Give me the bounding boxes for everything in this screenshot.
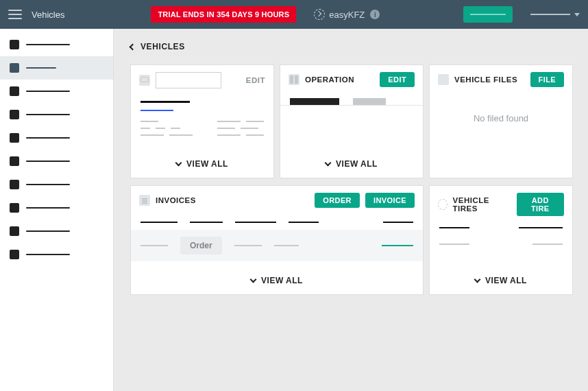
sidebar-item[interactable] <box>0 126 113 150</box>
menu-toggle-icon[interactable] <box>8 10 22 19</box>
top-bar: Vehicles TRIAL ENDS IN 354 DAYS 9 HOURS … <box>0 0 588 29</box>
page-title: Vehicles <box>32 10 64 20</box>
chevron-left-icon[interactable] <box>130 43 136 50</box>
breadcrumb[interactable]: VEHICLES <box>130 29 572 64</box>
document-icon <box>139 195 150 206</box>
tab-inactive[interactable] <box>353 98 386 105</box>
table-row[interactable]: Order <box>131 230 423 261</box>
brand-label: easyKFZ <box>329 10 365 20</box>
edit-link[interactable]: EDIT <box>246 76 265 84</box>
invoice-button[interactable]: INVOICE <box>365 193 415 208</box>
card-title: VEHICLE TIRES <box>453 196 506 213</box>
road-icon <box>289 74 299 85</box>
sidebar-item[interactable] <box>0 196 113 220</box>
order-button[interactable]: ORDER <box>315 193 360 208</box>
sidebar-item[interactable] <box>0 103 113 126</box>
user-menu[interactable] <box>530 8 580 21</box>
view-all-button[interactable]: VIEW ALL <box>430 267 572 294</box>
tab-active[interactable] <box>290 98 339 105</box>
invoices-card: INVOICES ORDER INVOICE Order VIEW ALL <box>130 185 424 295</box>
sidebar-item-active[interactable] <box>0 56 113 80</box>
row-order-button[interactable]: Order <box>180 237 222 254</box>
vehicle-name-input[interactable] <box>156 72 221 88</box>
sidebar <box>0 29 114 391</box>
view-all-button[interactable]: VIEW ALL <box>131 267 423 294</box>
placeholder-line <box>140 110 173 111</box>
table-header <box>131 215 423 230</box>
file-icon <box>438 74 449 85</box>
card-title: VEHICLE FILES <box>454 75 517 84</box>
sidebar-item[interactable] <box>0 150 113 173</box>
chevron-down-icon <box>250 276 257 283</box>
primary-action-button[interactable] <box>463 6 513 23</box>
main-content: VEHICLES EDIT <box>114 29 588 391</box>
chevron-down-icon <box>474 276 481 283</box>
sidebar-item[interactable] <box>0 173 113 196</box>
chevron-down-icon <box>325 160 332 167</box>
empty-state-text: No filed found <box>430 94 572 147</box>
chevron-down-icon <box>574 13 580 16</box>
trial-countdown-badge: TRIAL ENDS IN 354 DAYS 9 HOURS <box>151 6 296 23</box>
edit-button[interactable]: EDIT <box>380 72 415 87</box>
view-all-button[interactable]: VIEW ALL <box>280 150 423 178</box>
breadcrumb-label: VEHICLES <box>140 42 185 51</box>
tire-icon <box>438 199 448 210</box>
car-icon <box>139 75 150 86</box>
info-icon[interactable]: i <box>370 10 380 19</box>
operation-card: OPERATION EDIT VIEW ALL <box>280 64 424 178</box>
table-row[interactable] <box>430 235 572 253</box>
sidebar-item[interactable] <box>0 243 113 266</box>
sidebar-item[interactable] <box>0 33 113 56</box>
card-title: OPERATION <box>305 75 354 84</box>
sidebar-item[interactable] <box>0 220 113 243</box>
sidebar-item[interactable] <box>0 80 113 103</box>
file-button[interactable]: FILE <box>530 72 564 87</box>
table-header <box>430 223 572 235</box>
chevron-down-icon <box>175 160 182 167</box>
gauge-icon <box>314 9 325 20</box>
vehicle-files-card: VEHICLE FILES FILE No filed found <box>429 64 573 178</box>
card-title: INVOICES <box>156 196 196 204</box>
view-all-button[interactable]: VIEW ALL <box>131 150 273 178</box>
brand: easyKFZ i <box>314 9 380 20</box>
vehicle-detail-card: EDIT <box>130 64 274 178</box>
vehicle-tires-card: VEHICLE TIRES ADD TIRE VIEW ALL <box>429 185 573 295</box>
placeholder-line <box>140 101 190 103</box>
add-tire-button[interactable]: ADD TIRE <box>517 193 564 216</box>
